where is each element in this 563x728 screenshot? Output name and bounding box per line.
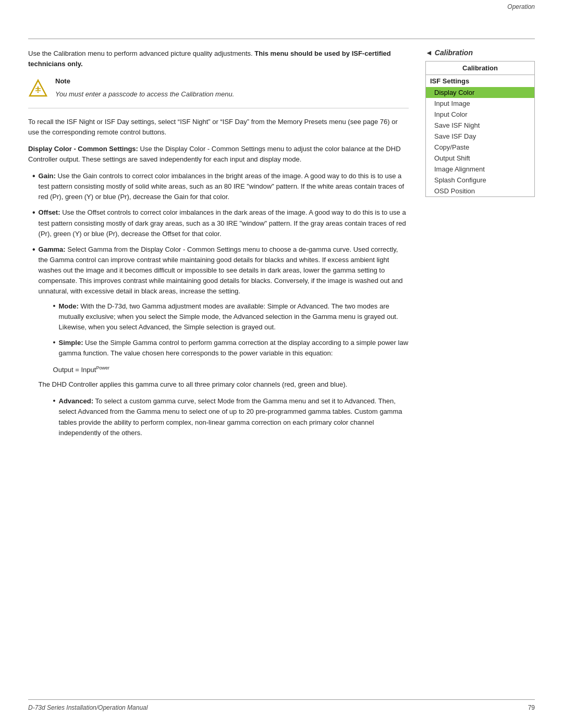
advanced-body: To select a custom gamma curve, select M… <box>59 397 402 436</box>
bullet-advanced: Advanced: To select a custom gamma curve… <box>39 396 409 438</box>
after-equation-text: The DHD Controller applies this gamma cu… <box>39 379 409 390</box>
note-label: Note <box>55 77 70 85</box>
menu-item-copy-paste[interactable]: Copy/Paste <box>426 142 534 153</box>
bullet-gamma: Gamma: Select Gamma from the Display Col… <box>28 244 409 445</box>
bullet-offset: Offset: Use the Offset controls to corre… <box>28 207 409 239</box>
intro-text: Use the Calibration menu to perform adva… <box>28 48 409 69</box>
calibration-arrow-icon: ◄ <box>425 48 433 57</box>
bullet-gain: Gain: Use the Gain controls to correct c… <box>28 171 409 202</box>
advanced-sub-list: Advanced: To select a custom gamma curve… <box>39 396 409 438</box>
note-label-area: Note You must enter a passcode to access… <box>55 77 234 100</box>
bullet-advanced-text: Advanced: To select a custom gamma curve… <box>59 396 409 438</box>
menu-section-header: Calibration <box>426 61 534 75</box>
menu-item-save-isf-day[interactable]: Save ISF Day <box>426 131 534 142</box>
note-icon: ! <box>28 78 48 98</box>
bullet-mode: Mode: With the D-73d, two Gamma adjustme… <box>39 301 409 332</box>
display-color-intro: Display Color - Common Settings: Use the… <box>28 144 409 165</box>
gain-body: Use the Gain controls to correct color i… <box>39 172 404 201</box>
page: Operation Use the Calibration menu to pe… <box>0 0 563 728</box>
footer: D-73d Series Installation/Operation Manu… <box>28 699 535 711</box>
calibration-menu-box: Calibration ISF Settings Display Color I… <box>425 61 535 197</box>
equation-line: Output = InputPower <box>53 365 409 375</box>
menu-item-splash-configure[interactable]: Splash Configure <box>426 175 534 186</box>
gain-bold: Gain: <box>39 172 56 180</box>
menu-item-display-color[interactable]: Display Color <box>426 87 534 98</box>
intro-before-bold: Use the Calibration menu to perform adva… <box>28 50 254 57</box>
menu-subsection-header: ISF Settings <box>426 75 534 87</box>
menu-item-input-color[interactable]: Input Color <box>426 109 534 120</box>
simple-bold: Simple: <box>59 339 83 347</box>
note-triangle-icon: ! <box>28 78 48 98</box>
calibration-title: Calibration <box>435 48 473 57</box>
advanced-bold: Advanced: <box>59 397 93 405</box>
menu-item-osd-position[interactable]: OSD Position <box>426 186 534 196</box>
bullet-simple-text: Simple: Use the Simple Gamma control to … <box>59 338 409 359</box>
menu-item-input-image[interactable]: Input Image <box>426 98 534 109</box>
gamma-sub-list: Mode: With the D-73d, two Gamma adjustme… <box>39 301 409 359</box>
display-color-heading: Display Color - Common Settings: <box>28 145 138 153</box>
equation-output: Output = Input <box>53 366 96 374</box>
equation-power: Power <box>96 365 109 371</box>
left-column: Use the Calibration menu to perform adva… <box>28 48 409 451</box>
note-box: ! Note You must enter a passcode to acce… <box>28 77 409 100</box>
bullet-offset-text: Offset: Use the Offset controls to corre… <box>39 207 409 239</box>
bullet-mode-text: Mode: With the D-73d, two Gamma adjustme… <box>59 301 409 332</box>
offset-body: Use the Offset controls to correct color… <box>39 208 406 237</box>
gamma-body: Select Gamma from the Display Color - Co… <box>39 245 403 295</box>
recall-text: To recall the ISF Night or ISF Day setti… <box>28 117 409 138</box>
separator-line <box>28 108 409 108</box>
mode-body: With the D-73d, two Gamma adjustment mod… <box>59 302 398 331</box>
mode-bold: Mode: <box>59 302 79 310</box>
right-column: ◄ Calibration Calibration ISF Settings D… <box>425 48 535 451</box>
menu-item-image-alignment[interactable]: Image Alignment <box>426 164 534 175</box>
note-text: You must enter a passcode to access the … <box>55 85 234 100</box>
footer-manual: D-73d Series Installation/Operation Manu… <box>28 704 148 711</box>
simple-body: Use the Simple Gamma control to perform … <box>59 339 409 357</box>
bullet-gamma-text: Gamma: Select Gamma from the Display Col… <box>39 244 409 445</box>
offset-bold: Offset: <box>39 208 60 216</box>
svg-text:!: ! <box>36 85 39 94</box>
menu-item-output-shift[interactable]: Output Shift <box>426 153 534 164</box>
operation-label: Operation <box>0 0 563 10</box>
bullet-gain-text: Gain: Use the Gain controls to correct c… <box>39 171 409 202</box>
footer-page: 79 <box>528 704 535 711</box>
calibration-header: ◄ Calibration <box>425 48 535 57</box>
menu-item-save-isf-night[interactable]: Save ISF Night <box>426 120 534 131</box>
gamma-bold: Gamma: <box>39 245 66 253</box>
main-bullet-list: Gain: Use the Gain controls to correct c… <box>28 171 409 445</box>
main-content: Use the Calibration menu to perform adva… <box>0 39 563 451</box>
bullet-simple: Simple: Use the Simple Gamma control to … <box>39 338 409 359</box>
